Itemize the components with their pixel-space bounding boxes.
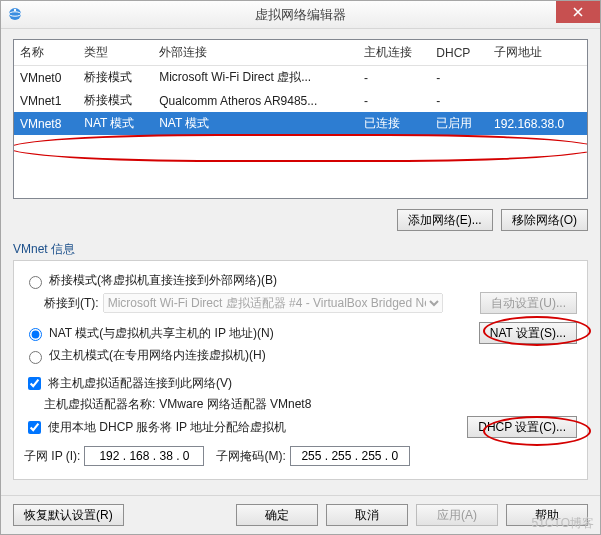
table-row[interactable]: VMnet1桥接模式Qualcomm Atheros AR9485...--: [14, 89, 587, 112]
col-name[interactable]: 名称: [14, 40, 78, 66]
col-subnet[interactable]: 子网地址: [488, 40, 587, 66]
nat-radio[interactable]: [29, 328, 42, 341]
close-button[interactable]: [556, 1, 600, 23]
host-connect-checkbox[interactable]: [28, 377, 41, 390]
host-adapter-label: 主机虚拟适配器名称:: [44, 396, 155, 413]
dhcp-settings-button[interactable]: DHCP 设置(C)...: [467, 416, 577, 438]
svg-point-2: [14, 9, 16, 11]
help-button[interactable]: 帮助: [506, 504, 588, 526]
table-row[interactable]: VMnet0桥接模式Microsoft Wi-Fi Direct 虚拟...--: [14, 66, 587, 90]
bridge-to-select[interactable]: Microsoft Wi-Fi Direct 虚拟适配器 #4 - Virtua…: [103, 293, 443, 313]
col-ext[interactable]: 外部连接: [153, 40, 358, 66]
bridge-label: 桥接模式(将虚拟机直接连接到外部网络)(B): [49, 272, 277, 289]
dhcp-checkbox[interactable]: [28, 421, 41, 434]
vmnet-info-panel: 桥接模式(将虚拟机直接连接到外部网络)(B) 桥接到(T): Microsoft…: [13, 260, 588, 480]
content-area: 名称 类型 外部连接 主机连接 DHCP 子网地址 VMnet0桥接模式Micr…: [1, 29, 600, 488]
bridge-to-label: 桥接到(T):: [44, 295, 99, 312]
add-network-button[interactable]: 添加网络(E)...: [397, 209, 493, 231]
window-title: 虚拟网络编辑器: [255, 6, 346, 24]
auto-setup-button[interactable]: 自动设置(U)...: [480, 292, 577, 314]
table-buttons: 添加网络(E)... 移除网络(O): [13, 199, 588, 237]
network-table[interactable]: 名称 类型 外部连接 主机连接 DHCP 子网地址 VMnet0桥接模式Micr…: [13, 39, 588, 199]
col-type[interactable]: 类型: [78, 40, 153, 66]
remove-network-button[interactable]: 移除网络(O): [501, 209, 588, 231]
dialog-window: 虚拟网络编辑器 名称 类型 外部连接 主机连接 DHCP 子网地址 VMnet0…: [0, 0, 601, 535]
col-dhcp[interactable]: DHCP: [430, 40, 488, 66]
col-host[interactable]: 主机连接: [358, 40, 430, 66]
close-icon: [573, 7, 583, 17]
ok-button[interactable]: 确定: [236, 504, 318, 526]
dhcp-label: 使用本地 DHCP 服务将 IP 地址分配给虚拟机: [48, 419, 286, 436]
table-row-selected[interactable]: VMnet8NAT 模式NAT 模式已连接已启用192.168.38.0: [14, 112, 587, 135]
bridge-radio[interactable]: [29, 276, 42, 289]
annotation-circle: [13, 134, 588, 162]
bottom-bar: 恢复默认设置(R) 确定 取消 应用(A) 帮助: [1, 495, 600, 534]
group-label: VMnet 信息: [13, 241, 588, 258]
apply-button[interactable]: 应用(A): [416, 504, 498, 526]
subnet-mask-input[interactable]: [290, 446, 410, 466]
subnet-ip-input[interactable]: [84, 446, 204, 466]
hostonly-radio[interactable]: [29, 351, 42, 364]
host-adapter-value: VMware 网络适配器 VMnet8: [159, 396, 311, 413]
cancel-button[interactable]: 取消: [326, 504, 408, 526]
titlebar: 虚拟网络编辑器: [1, 1, 600, 29]
subnet-mask-label: 子网掩码(M):: [216, 448, 285, 465]
hostonly-label: 仅主机模式(在专用网络内连接虚拟机)(H): [49, 347, 266, 364]
nat-settings-button[interactable]: NAT 设置(S)...: [479, 322, 577, 344]
nat-label: NAT 模式(与虚拟机共享主机的 IP 地址)(N): [49, 325, 274, 342]
subnet-ip-label: 子网 IP (I):: [24, 448, 80, 465]
host-connect-label: 将主机虚拟适配器连接到此网络(V): [48, 375, 232, 392]
restore-defaults-button[interactable]: 恢复默认设置(R): [13, 504, 124, 526]
app-icon: [7, 6, 23, 22]
